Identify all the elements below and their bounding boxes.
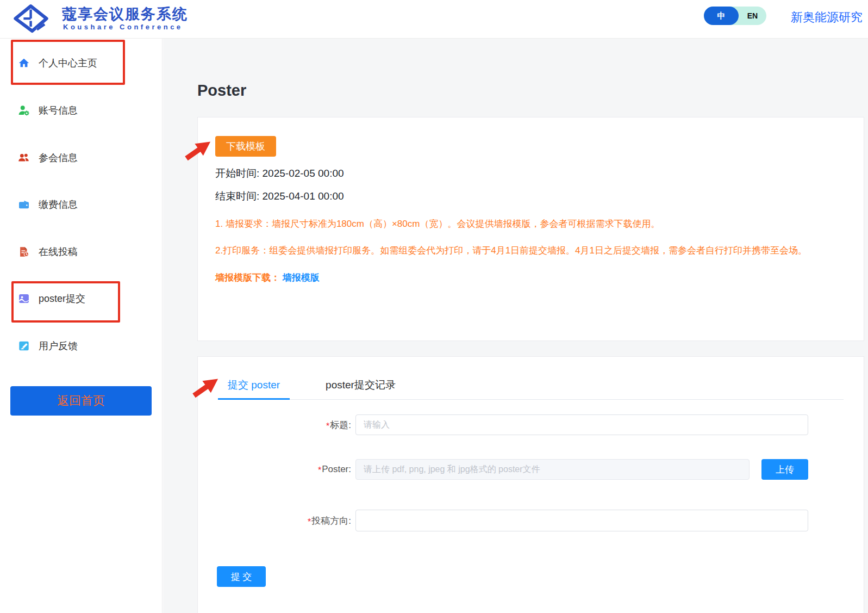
sidebar-item-personal-home[interactable]: 个人中心主页: [0, 53, 163, 73]
template-download-line: 墙报模版下载： 墙报模版: [215, 271, 846, 284]
sidebar-item-label: 参会信息: [39, 151, 78, 164]
poster-label: *Poster:: [198, 464, 351, 475]
org-link[interactable]: 新奥能源研究: [791, 9, 863, 26]
title-label: *标题:: [198, 419, 351, 431]
language-toggle[interactable]: 中 EN: [704, 7, 766, 25]
brand-logo[interactable]: 蔻享会议服务系统 Koushare Conference: [13, 2, 192, 36]
poster-note-2: 2.打印服务：组委会提供墙报打印服务。如需组委会代为打印，请于4月1日前提交墙报…: [215, 245, 846, 256]
submit-button[interactable]: 提 交: [217, 566, 266, 587]
required-asterisk: *: [318, 466, 321, 475]
tab-submit-poster[interactable]: 提交 poster: [218, 371, 290, 399]
brand-title-cn: 蔻享会议服务系统: [62, 4, 188, 24]
payment-icon: [18, 199, 30, 210]
app-root: 蔻享会议服务系统 Koushare Conference 中 EN 新奥能源研究…: [0, 0, 868, 613]
form-row-poster: *Poster: 上传: [198, 459, 865, 480]
main-content: Poster 下载模板 开始时间: 2025-02-05 00:00 结束时间:…: [163, 39, 868, 613]
required-asterisk: *: [326, 422, 329, 431]
poster-image-icon: [18, 293, 30, 305]
sidebar-item-label: 账号信息: [39, 104, 78, 117]
sidebar-item-label: 缴费信息: [39, 198, 78, 211]
sidebar-item-label: 个人中心主页: [39, 57, 97, 70]
brand-title-en: Koushare Conference: [63, 23, 183, 31]
sidebar-item-label: poster提交: [39, 292, 85, 305]
sidebar-item-poster-submit[interactable]: poster提交: [0, 289, 163, 308]
tab-submission-records[interactable]: poster提交记录: [316, 371, 405, 399]
sidebar-item-payment-info[interactable]: 缴费信息: [0, 195, 163, 214]
page-title: Poster: [197, 82, 246, 100]
direction-label: *投稿方向:: [198, 515, 351, 527]
poster-info-card: 下载模板 开始时间: 2025-02-05 00:00 结束时间: 2025-0…: [197, 117, 864, 341]
home-icon: [18, 57, 30, 69]
required-asterisk: *: [308, 517, 311, 527]
template-download-link[interactable]: 墙报模版: [283, 273, 320, 283]
back-home-button[interactable]: 返回首页: [10, 386, 152, 416]
online-submission-icon: [18, 246, 30, 258]
tab-bar: 提交 poster poster提交记录: [218, 357, 844, 400]
sidebar-item-attendance-info[interactable]: 参会信息: [0, 148, 163, 168]
sidebar-item-user-feedback[interactable]: 用户反馈: [0, 336, 163, 356]
language-option-zh[interactable]: 中: [704, 7, 739, 25]
direction-input[interactable]: [355, 510, 808, 531]
sidebar-item-account-info[interactable]: 账号信息: [0, 101, 163, 120]
form-row-title: *标题:: [198, 414, 865, 435]
poster-file-input[interactable]: [355, 459, 750, 480]
sidebar: 个人中心主页 账号信息 参会信息: [0, 39, 163, 613]
end-time-text: 结束时间: 2025-04-01 00:00: [215, 189, 846, 203]
template-download-label: 墙报模版下载：: [215, 273, 280, 283]
koushare-logo-icon: [13, 3, 49, 35]
sidebar-item-label: 用户反馈: [39, 339, 78, 352]
language-option-en[interactable]: EN: [739, 11, 766, 20]
upload-button[interactable]: 上传: [761, 459, 808, 480]
app-header: 蔻享会议服务系统 Koushare Conference 中 EN 新奥能源研究: [0, 0, 868, 39]
feedback-icon: [18, 340, 30, 352]
poster-submit-card: 提交 poster poster提交记录 *标题: *Poster: 上传 *投…: [197, 356, 864, 613]
poster-note-1: 1. 墙报要求：墙报尺寸标准为180cm（高）×80cm（宽）。会议提供墙报模版…: [215, 219, 846, 230]
account-icon: [18, 104, 30, 116]
sidebar-item-online-submission[interactable]: 在线投稿: [0, 242, 163, 262]
sidebar-item-label: 在线投稿: [39, 245, 78, 258]
attendees-icon: [18, 152, 30, 164]
form-row-direction: *投稿方向:: [198, 510, 865, 531]
title-input[interactable]: [355, 414, 808, 435]
start-time-text: 开始时间: 2025-02-05 00:00: [215, 166, 846, 180]
download-template-button[interactable]: 下载模板: [215, 136, 276, 157]
